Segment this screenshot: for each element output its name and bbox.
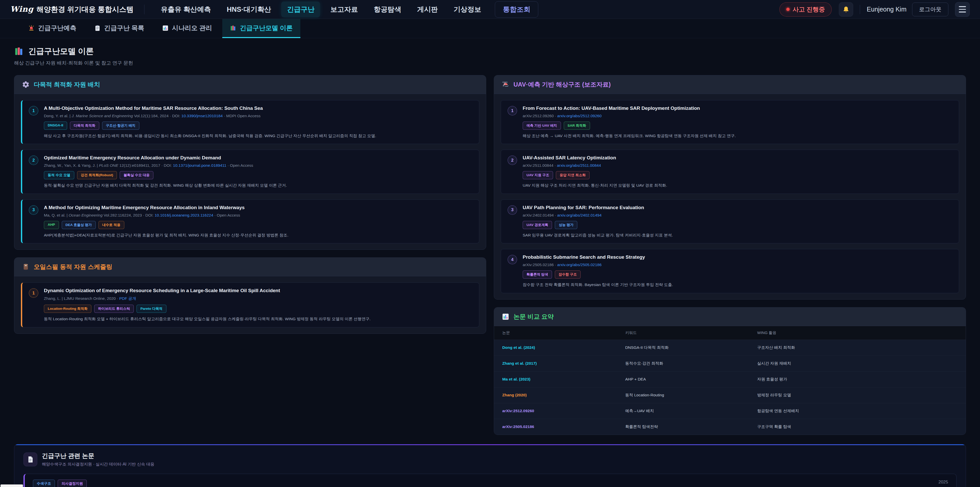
paper-tag: 의사결정지원 xyxy=(58,480,87,487)
paper-tag: 내수로 적용 xyxy=(99,221,124,229)
notifications-button[interactable] xyxy=(839,2,853,17)
comparison-paper-link[interactable]: Ma et al. (2023) xyxy=(502,377,625,382)
app-header: Wing 해양환경 위기대응 통합시스템 유출유 확산예측 HNS·대기확산 긴… xyxy=(0,0,980,19)
hamburger-menu-button[interactable] xyxy=(955,2,970,17)
paper-tag: 하이브리드 휴리스틱 xyxy=(94,305,134,313)
page-title-row: 긴급구난모델 이론 xyxy=(14,46,966,57)
siren-icon xyxy=(28,25,35,31)
card-header-multi-objective: 다목적 최적화 자원 배치 xyxy=(14,75,486,94)
sub-tabbar: 긴급구난예측 긴급구난 목록 시나리오 관리 긴급구난모델 이론 xyxy=(0,19,980,38)
incident-status-label: 사고 진행중 xyxy=(793,5,825,14)
content-columns: 다목적 최적화 자원 배치 1 A Multi-Objective Optimi… xyxy=(14,75,966,435)
logout-button[interactable]: 로그아웃 xyxy=(912,3,948,16)
comparison-wing-usage: 실시간 자원 재배치 xyxy=(757,361,958,366)
paper-tag: DNSGA-II xyxy=(44,121,67,130)
nav-item-hns[interactable]: HNS·대기확산 xyxy=(221,2,277,18)
tab-rescue-model-theory[interactable]: 긴급구난모델 이론 xyxy=(222,19,301,38)
tab-rescue-list[interactable]: 긴급구난 목록 xyxy=(86,19,152,38)
tab-rescue-forecast[interactable]: 긴급구난예측 xyxy=(21,19,84,38)
paper-tags: AHP DEA 효율성 평가 내수로 적용 xyxy=(44,221,288,229)
paper-meta-segment: arXiv:2511.00844 · xyxy=(523,163,557,168)
nav-item-emergency-rescue[interactable]: 긴급구난 xyxy=(281,2,320,18)
paper-meta-segment: Zhang, W., Yan, X. & Yang, J. | xyxy=(44,163,99,168)
comparison-keyword: 동적수요·강건 최적화 xyxy=(625,361,757,366)
tab-scenario-management[interactable]: 시나리오 관리 xyxy=(154,19,220,38)
paper-meta: arXiv:2505.02186 · arxiv.org/abs/2505.02… xyxy=(523,262,673,267)
card-body: 1 From Forecast to Action: UAV-Based Mar… xyxy=(494,94,966,299)
card-title: 논문 비교 요약 xyxy=(514,313,554,321)
comparison-table-row: Ma et al. (2023) AHP + DEA 자원 효율성 평가 xyxy=(494,372,966,387)
paper-tag: 잠수함 구조 xyxy=(555,270,581,279)
card-title: UAV·예측 기반 해상구조 (보조자료) xyxy=(514,80,611,89)
card-title: 오일스필 동적 자원 스케줄링 xyxy=(34,263,112,271)
comparison-paper-link[interactable]: arXiv:2512.09260 xyxy=(502,409,625,413)
related-papers-section: 긴급구난 관련 논문 해양수색구조 의사결정지원 · 실시간 데이터·AI 기반… xyxy=(14,444,966,487)
paper-item: 2 Optimized Maritime Emergency Resource … xyxy=(21,150,479,193)
left-column: 다목적 최적화 자원 배치 1 A Multi-Objective Optimi… xyxy=(14,75,486,334)
paper-tag: Location-Routing 최적화 xyxy=(44,305,91,313)
paper-meta-link[interactable]: arxiv.org/abs/2512.09260 xyxy=(557,113,601,118)
paper-meta-link[interactable]: arxiv.org/abs/2505.02186 xyxy=(557,262,601,267)
paper-description: 해상 조난 예측 → UAV 사전 배치 최적화. 예측-행동 연계 프레임워크… xyxy=(523,133,736,139)
comparison-keyword: DNSGA-II 다목적 최적화 xyxy=(625,345,757,350)
paper-meta-link[interactable]: PDF 공개 xyxy=(119,296,136,300)
comparison-table-row: Zhang et al. (2017) 동적수요·강건 최적화 실시간 자원 재… xyxy=(494,356,966,372)
related-paper-year: 2025 xyxy=(939,480,948,485)
nav-item-aerial-search[interactable]: 항공탐색 xyxy=(368,2,407,18)
paper-number-badge: 3 xyxy=(29,205,38,215)
nav-item-weather[interactable]: 기상정보 xyxy=(448,2,487,18)
oil-drum-icon xyxy=(22,263,30,271)
paper-meta-segment: Vol.12(1):184, 2024 · DOI: xyxy=(134,113,181,118)
main-content: 긴급구난모델 이론 해상 긴급구난 자원 배치·최적화 이론 및 참고 연구 문… xyxy=(0,38,980,435)
paper-tag: UAV 경로계획 xyxy=(523,221,552,229)
paper-tag: SAR 최적화 xyxy=(564,121,590,130)
paper-meta: Zhang, L. | LJMU Research Online, 2020 ·… xyxy=(44,296,371,301)
related-paper-tags: 수색구조 의사결정지원 xyxy=(33,480,87,487)
paper-title: A Multi-Objective Optimization Method fo… xyxy=(44,105,376,111)
bar-chart-icon xyxy=(502,313,509,321)
paper-meta-segment: arXiv:2505.02186 · xyxy=(523,262,557,267)
comparison-paper-link[interactable]: arXiv:2505.02186 xyxy=(502,425,625,429)
paper-meta-link[interactable]: 10.1016/j.oceaneng.2023.116224 xyxy=(155,213,213,217)
paper-meta: arXiv:2511.00844 · arxiv.org/abs/2511.00… xyxy=(523,163,667,168)
nav-item-board[interactable]: 게시판 xyxy=(411,2,443,18)
card-body: 1 A Multi-Objective Optimization Method … xyxy=(14,94,486,249)
comparison-keyword: 동적 Location-Routing xyxy=(625,393,757,398)
comparison-paper-link[interactable]: Zhang (2020) xyxy=(502,393,625,398)
card-header-uav: UAV·예측 기반 해상구조 (보조자료) xyxy=(494,75,966,94)
paper-number-badge: 3 xyxy=(508,205,517,215)
bell-icon xyxy=(842,6,850,13)
nav-item-reports[interactable]: 보고자료 xyxy=(325,2,363,18)
paper-item: 3 A Method for Optimizing Maritime Emerg… xyxy=(21,200,479,243)
column-keyword: 키워드 xyxy=(625,331,757,335)
paper-description: 해상 사고 후 구조자원(구조선·항공기) 배치 최적화. 비용·응답시간 동시… xyxy=(44,133,376,139)
card-comparison: 논문 비교 요약 논문 키워드 WING 활용 Dong et al. (202… xyxy=(494,307,966,435)
nav-item-oil-spill[interactable]: 유출유 확산예측 xyxy=(155,2,217,18)
paper-meta-link[interactable]: arxiv.org/abs/2402.01494 xyxy=(557,213,601,217)
comparison-wing-usage: 구조자산 배치 최적화 xyxy=(757,345,958,350)
paper-title: From Forecast to Action: UAV-Based Marit… xyxy=(523,105,736,111)
comparison-paper-link[interactable]: Dong et al. (2024) xyxy=(502,345,625,350)
paper-meta-link[interactable]: arxiv.org/abs/2511.00844 xyxy=(557,163,601,168)
paper-description: UAV 지원 해상 구조 처리·지연 최적화. 통신·처리 지연 모델링 및 U… xyxy=(523,183,667,188)
paper-title: Probabilistic Submarine Search and Rescu… xyxy=(523,254,673,260)
right-column: UAV·예측 기반 해상구조 (보조자료) 1 From Forecast to… xyxy=(494,75,966,435)
column-wing: WING 활용 xyxy=(757,331,958,335)
tab-label: 긴급구난예측 xyxy=(38,24,76,32)
paper-tags: UAV 지원 구조 응답 지연 최소화 xyxy=(523,171,667,179)
paper-number-badge: 2 xyxy=(29,155,38,165)
paper-tag: UAV 지원 구조 xyxy=(523,171,553,179)
paper-meta-link[interactable]: 10.1371/journal.pone.0189411 xyxy=(173,163,226,168)
paper-tag: 확률론적 탐색 xyxy=(523,270,552,279)
comparison-paper-link[interactable]: Zhang et al. (2017) xyxy=(502,361,625,366)
paper-meta-segment: 12(12):e0189411, 2017 · DOI: xyxy=(119,163,173,168)
card-multi-objective: 다목적 최적화 자원 배치 1 A Multi-Objective Optimi… xyxy=(14,75,486,250)
nav-item-integrated-search[interactable]: 통합조회 xyxy=(495,1,538,18)
paper-tag: 강건 최적화(Robust) xyxy=(77,171,117,179)
incident-status-badge: 사고 진행중 xyxy=(780,2,832,17)
paper-meta-link[interactable]: 10.3390/jmse12010184 xyxy=(181,113,223,118)
helicopter-icon xyxy=(502,81,509,88)
scrollbar-artifact[interactable] xyxy=(0,484,23,487)
paper-meta-segment: arXiv:2402.01494 · xyxy=(523,213,557,217)
hamburger-icon xyxy=(959,6,966,7)
